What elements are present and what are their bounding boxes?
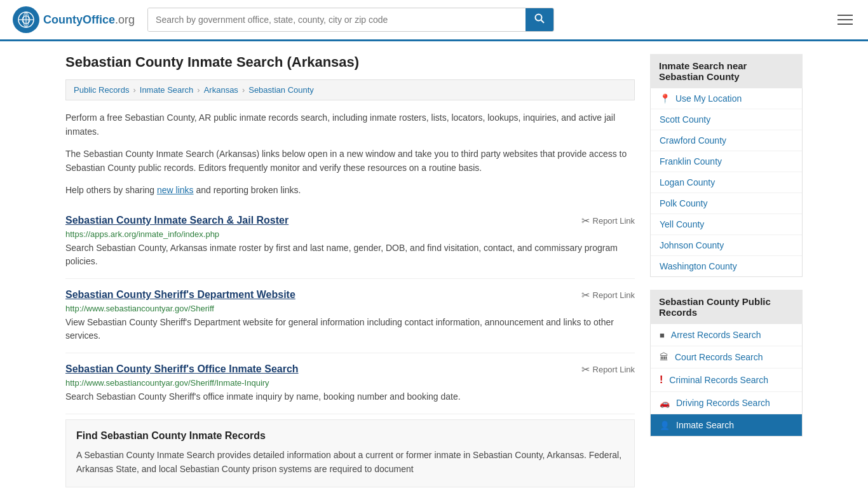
main-container: Sebastian County Inmate Search (Arkansas… <box>53 41 815 488</box>
breadcrumb-inmate-search[interactable]: Inmate Search <box>140 85 194 95</box>
nearby-county-4: Polk County <box>651 193 802 214</box>
driving-icon: 🚗 <box>660 398 670 408</box>
nearby-county-link-6[interactable]: Johnson County <box>660 240 724 250</box>
breadcrumb: Public Records › Inmate Search › Arkansa… <box>65 79 635 100</box>
public-records-header: Sebastian County Public Records <box>650 290 803 324</box>
logo-text: CountyOffice.org <box>43 13 135 27</box>
pub-record-driving[interactable]: 🚗 Driving Records Search <box>651 392 802 414</box>
site-logo[interactable]: CountyOffice.org <box>13 6 135 33</box>
search-button[interactable] <box>526 8 553 31</box>
court-icon: 🏛 <box>660 352 668 362</box>
nearby-county-1: Crawford County <box>651 130 802 151</box>
nearby-county-link-5[interactable]: Yell County <box>660 219 704 229</box>
nearby-county-link-4[interactable]: Polk County <box>660 198 707 208</box>
nearby-list: 📍 Use My Location Scott County Crawford … <box>650 88 803 277</box>
nearby-county-link-1[interactable]: Crawford County <box>660 135 726 146</box>
report-link-1[interactable]: ✂ Report Link <box>581 215 635 227</box>
result-title-1[interactable]: Sebastian County Inmate Search & Jail Ro… <box>65 215 288 226</box>
sidebar: Inmate Search near Sebastian County 📍 Us… <box>650 54 803 487</box>
pub-record-inmate[interactable]: 👤 Inmate Search <box>651 414 802 436</box>
find-section-title: Find Sebastian County Inmate Records <box>76 430 624 442</box>
find-section: Find Sebastian County Inmate Records A S… <box>65 419 635 487</box>
result-url-3: http://www.sebastiancountyar.gov/Sheriff… <box>65 378 635 388</box>
result-url-1: https://apps.ark.org/inmate_info/index.p… <box>65 229 635 239</box>
site-header: CountyOffice.org <box>0 0 868 41</box>
inmate-icon: 👤 <box>660 421 670 430</box>
page-description: Perform a free Sebastian County, AR publ… <box>65 111 635 197</box>
location-icon: 📍 <box>660 93 670 104</box>
result-url-2: http://www.sebastiancountyar.gov/Sheriff <box>65 304 635 313</box>
description-1: Perform a free Sebastian County, AR publ… <box>65 111 635 139</box>
svg-point-5 <box>536 15 542 21</box>
nearby-county-3: Logan County <box>651 172 802 193</box>
nearby-county-6: Johnson County <box>651 235 802 256</box>
menu-button[interactable] <box>835 12 855 27</box>
report-label-3: Report Link <box>593 365 635 374</box>
result-item-3: Sebastian County Sheriff's Office Inmate… <box>65 353 635 414</box>
nearby-section: Inmate Search near Sebastian County 📍 Us… <box>650 54 803 277</box>
criminal-records-link[interactable]: Criminal Records Search <box>669 375 768 385</box>
nearby-county-7: Washington County <box>651 256 802 276</box>
search-bar <box>147 8 554 32</box>
description-2: The Sebastian County Inmate Search (Arka… <box>65 147 635 175</box>
use-location-link[interactable]: Use My Location <box>675 93 742 104</box>
pub-record-court[interactable]: 🏛 Court Records Search <box>651 346 802 369</box>
public-records-section: Sebastian County Public Records ■ Arrest… <box>650 290 803 437</box>
report-link-2[interactable]: ✂ Report Link <box>581 289 635 301</box>
nearby-county-link-2[interactable]: Franklin County <box>660 156 722 166</box>
nearby-county-link-3[interactable]: Logan County <box>660 177 715 187</box>
nearby-county-link-7[interactable]: Washington County <box>660 261 737 271</box>
result-desc-1: Search Sebastian County, Arkansas inmate… <box>65 241 635 268</box>
report-link-3[interactable]: ✂ Report Link <box>581 363 635 376</box>
result-title-2[interactable]: Sebastian County Sheriff's Department We… <box>65 289 295 301</box>
report-icon-1: ✂ <box>581 215 590 227</box>
content-area: Sebastian County Inmate Search (Arkansas… <box>65 54 635 487</box>
public-records-list: ■ Arrest Records Search 🏛 Court Records … <box>650 324 803 437</box>
result-desc-3: Search Sebastian County Sheriff's office… <box>65 390 635 403</box>
search-input[interactable] <box>148 8 526 31</box>
result-item-1: Sebastian County Inmate Search & Jail Ro… <box>65 205 635 279</box>
use-location-item[interactable]: 📍 Use My Location <box>651 88 802 109</box>
breadcrumb-arkansas[interactable]: Arkansas <box>204 85 238 95</box>
result-item-2: Sebastian County Sheriff's Department We… <box>65 279 635 353</box>
inmate-search-link[interactable]: Inmate Search <box>676 420 734 430</box>
arrest-records-link[interactable]: Arrest Records Search <box>671 330 761 340</box>
nearby-county-5: Yell County <box>651 214 802 235</box>
description-3: Help others by sharing new links and rep… <box>65 183 635 197</box>
driving-records-link[interactable]: Driving Records Search <box>676 398 770 408</box>
court-records-link[interactable]: Court Records Search <box>675 352 763 362</box>
pub-record-arrest[interactable]: ■ Arrest Records Search <box>651 324 802 346</box>
svg-line-6 <box>541 20 545 24</box>
breadcrumb-public-records[interactable]: Public Records <box>74 85 129 95</box>
report-label-1: Report Link <box>593 216 635 226</box>
criminal-icon: ! <box>660 374 663 386</box>
find-section-description: A Sebastian County Inmate Search provide… <box>76 448 624 477</box>
arrest-icon: ■ <box>660 330 665 340</box>
result-desc-2: View Sebastian County Sheriff's Departme… <box>65 316 635 342</box>
nearby-county-0: Scott County <box>651 109 802 130</box>
report-icon-3: ✂ <box>581 363 590 376</box>
nearby-header: Inmate Search near Sebastian County <box>650 54 803 88</box>
page-title: Sebastian County Inmate Search (Arkansas… <box>65 54 635 71</box>
logo-icon <box>13 6 39 33</box>
report-icon-2: ✂ <box>581 289 590 301</box>
result-title-3[interactable]: Sebastian County Sheriff's Office Inmate… <box>65 363 299 375</box>
report-label-2: Report Link <box>593 290 635 300</box>
nearby-county-2: Franklin County <box>651 151 802 172</box>
nearby-county-link-0[interactable]: Scott County <box>660 114 710 125</box>
pub-record-criminal[interactable]: ! Criminal Records Search <box>651 369 802 392</box>
new-links-link[interactable]: new links <box>157 185 194 195</box>
breadcrumb-sebastian-county[interactable]: Sebastian County <box>248 85 314 95</box>
